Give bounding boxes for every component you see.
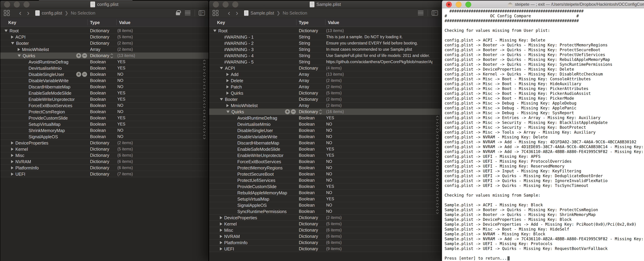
- plist-row-disablesingleuser[interactable]: DisableSingleUser+−BooleanNO: [0, 71, 208, 78]
- plist-row-misc[interactable]: MiscDictionary(6 items): [0, 152, 208, 158]
- row-type-cell[interactable]: Array: [298, 78, 325, 84]
- row-type-cell[interactable]: Dictionary: [298, 227, 325, 233]
- terminal-output[interactable]: ########################################…: [442, 8, 644, 261]
- disclosure-triangle-icon[interactable]: [11, 166, 14, 170]
- plist-row-enablesafemodeslide[interactable]: EnableSafeModeSlideBooleanYES: [0, 90, 208, 96]
- zoom-button[interactable]: [232, 2, 238, 8]
- disclosure-triangle-icon[interactable]: [213, 30, 216, 32]
- row-type-cell[interactable]: Dictionary: [89, 146, 116, 152]
- plist-row-kernel[interactable]: KernelDictionary(5 items): [209, 221, 442, 227]
- plist-row-patch[interactable]: PatchArray(2 items): [209, 84, 442, 90]
- row-value-cell[interactable]: YES: [326, 184, 432, 190]
- breadcrumb-selection[interactable]: No Selection: [283, 10, 307, 16]
- value-stepper[interactable]: [204, 128, 205, 134]
- plist-row-root[interactable]: RootDictionary(8 items): [0, 28, 208, 34]
- disclosure-triangle-icon[interactable]: [226, 85, 229, 88]
- value-stepper[interactable]: [204, 65, 205, 71]
- row-value-cell[interactable]: NO: [117, 84, 200, 90]
- row-value-cell[interactable]: NO: [117, 109, 200, 115]
- row-type-cell[interactable]: Boolean: [89, 65, 116, 71]
- row-type-cell[interactable]: Boolean: [298, 208, 325, 214]
- row-value-cell[interactable]: NO: [326, 134, 432, 140]
- value-stepper[interactable]: [436, 146, 438, 152]
- disclosure-triangle-icon[interactable]: [226, 73, 229, 76]
- chevron-down-icon[interactable]: [436, 118, 439, 120]
- plist-row-platforminfo[interactable]: PlatformInfoDictionary(6 items): [209, 240, 442, 246]
- plist-row-protectcsmregion[interactable]: ProtectCsmRegionBooleanNO: [0, 109, 208, 115]
- row-value-cell[interactable]: NO: [117, 102, 200, 109]
- chevron-down-icon[interactable]: [203, 130, 206, 133]
- row-value-cell[interactable]: NO: [326, 158, 432, 165]
- chevron-down-icon[interactable]: [436, 205, 439, 208]
- chevron-down-icon[interactable]: [436, 199, 439, 202]
- row-type-cell[interactable]: Boolean: [298, 190, 325, 196]
- chevron-down-icon[interactable]: [203, 105, 206, 108]
- plist-row-signalappleos[interactable]: SignalAppleOSBooleanNO: [209, 202, 442, 208]
- chevron-down-icon[interactable]: [203, 112, 206, 114]
- value-stepper[interactable]: [436, 165, 438, 171]
- value-stepper[interactable]: [436, 121, 438, 128]
- row-value-cell[interactable]: NO: [326, 128, 432, 134]
- plist-row-booter[interactable]: BooterDictionary(2 items): [0, 40, 208, 46]
- zoom-button[interactable]: [24, 2, 30, 8]
- plist-row-shrinkmemorymap[interactable]: ShrinkMemoryMapBooleanNO: [0, 128, 208, 134]
- chevron-down-icon[interactable]: [203, 74, 206, 77]
- disclosure-triangle-icon[interactable]: [220, 241, 222, 244]
- disclosure-triangle-icon[interactable]: [11, 154, 14, 157]
- disclosure-triangle-icon[interactable]: [220, 216, 222, 219]
- lock-icon[interactable]: [176, 12, 180, 15]
- column-separator[interactable]: [325, 20, 326, 25]
- adjust-editor-panel-icon[interactable]: [199, 10, 205, 16]
- chevron-down-icon[interactable]: [436, 180, 439, 183]
- plist-row-deviceproperties[interactable]: DevicePropertiesDictionary(2 items): [0, 140, 208, 146]
- plist-row-providecustomslide[interactable]: ProvideCustomSlideBooleanYES: [0, 115, 208, 121]
- remove-row-button[interactable]: −: [82, 53, 87, 58]
- value-stepper[interactable]: [436, 134, 438, 140]
- content-lines-icon[interactable]: [418, 11, 424, 15]
- scrollbar-thumb[interactable]: [440, 115, 441, 132]
- plist-row-protectsecureboot[interactable]: ProtectSecureBootBooleanNO: [209, 171, 442, 177]
- chevron-down-icon[interactable]: [203, 118, 206, 120]
- disclosure-triangle-icon[interactable]: [11, 160, 14, 163]
- plist-row-add[interactable]: AddArray(13 items): [209, 71, 442, 78]
- row-type-cell[interactable]: String: [298, 40, 325, 46]
- value-stepper[interactable]: [204, 84, 205, 90]
- disclosure-triangle-icon[interactable]: [220, 247, 222, 250]
- value-stepper[interactable]: [204, 109, 205, 115]
- row-value-cell[interactable]: NO: [326, 202, 432, 208]
- chevron-down-icon[interactable]: [436, 149, 439, 152]
- row-value-cell[interactable]: YES: [117, 115, 200, 121]
- row-value-cell[interactable]: NO: [326, 165, 432, 171]
- value-stepper[interactable]: [436, 115, 438, 121]
- row-type-cell[interactable]: Boolean: [89, 90, 116, 96]
- minimize-button[interactable]: [223, 2, 228, 8]
- plist-row-nvram[interactable]: NVRAMDictionary(6 items): [0, 158, 208, 165]
- row-type-cell[interactable]: Boolean: [298, 146, 325, 152]
- value-stepper[interactable]: [436, 140, 438, 146]
- plist-row-disablevariablewrite[interactable]: DisableVariableWriteBooleanNO: [209, 134, 442, 140]
- value-stepper[interactable]: [204, 90, 205, 96]
- chevron-down-icon[interactable]: [436, 211, 439, 214]
- row-type-cell[interactable]: Dictionary: [298, 96, 325, 102]
- value-stepper[interactable]: [436, 152, 438, 158]
- value-stepper[interactable]: [204, 59, 205, 65]
- row-value-cell[interactable]: YES: [326, 152, 432, 158]
- row-type-cell[interactable]: Boolean: [298, 171, 325, 177]
- row-type-cell[interactable]: Dictionary: [298, 240, 325, 246]
- plist-row-disablesingleuser[interactable]: DisableSingleUserBooleanNO: [209, 128, 442, 134]
- row-type-cell[interactable]: Boolean: [298, 152, 325, 158]
- back-chevron-icon[interactable]: ‹: [225, 10, 233, 16]
- back-chevron-icon[interactable]: ‹: [16, 10, 24, 16]
- row-type-cell[interactable]: Dictionary: [89, 34, 116, 40]
- row-type-cell[interactable]: String: [298, 52, 325, 59]
- plist-row-rebuildapplememorymap[interactable]: RebuildAppleMemoryMapBooleanNO: [209, 190, 442, 196]
- chevron-down-icon[interactable]: [436, 124, 439, 127]
- plist-row-protectmemoryregions[interactable]: ProtectMemoryRegionsBooleanNO: [209, 165, 442, 171]
- value-stepper[interactable]: [204, 71, 205, 78]
- row-type-cell[interactable]: Boolean: [298, 140, 325, 146]
- row-type-cell[interactable]: Boolean: [298, 165, 325, 171]
- row-value-cell[interactable]: NO: [326, 140, 432, 146]
- row-type-cell[interactable]: Dictionary: [298, 246, 325, 252]
- row-value-cell[interactable]: YES: [117, 65, 200, 71]
- window-titlebar[interactable]: Sample.plist: [209, 1, 442, 8]
